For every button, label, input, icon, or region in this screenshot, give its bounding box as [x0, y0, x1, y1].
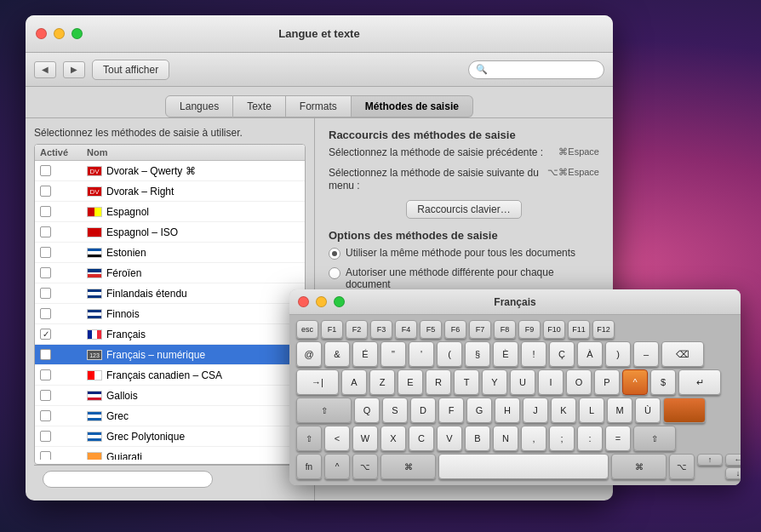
key-f11[interactable]: F11 — [568, 320, 590, 339]
key-amp[interactable]: & — [324, 341, 350, 367]
checkbox[interactable] — [40, 451, 51, 460]
key-shift-left[interactable]: ⇧ — [296, 426, 322, 451]
key-f6[interactable]: F6 — [444, 320, 466, 339]
key-h[interactable]: H — [495, 398, 520, 423]
key-f7[interactable]: F7 — [469, 320, 491, 339]
key-o[interactable]: O — [566, 369, 592, 395]
list-item[interactable]: 123 Français – numérique — [35, 345, 305, 365]
list-item[interactable]: ✓ FR Français — [35, 324, 305, 345]
key-n[interactable]: N — [493, 426, 518, 451]
list-item[interactable]: ES Espagnol – ISO — [35, 222, 305, 243]
key-arrow-down[interactable]: ↓ — [725, 467, 741, 479]
key-x[interactable]: X — [380, 426, 406, 451]
list-search-input[interactable] — [43, 471, 213, 488]
key-tab[interactable]: →| — [296, 369, 339, 395]
key-capslock[interactable]: ⇧ — [296, 398, 352, 423]
option1-radio[interactable] — [329, 248, 340, 260]
key-ctrl-left[interactable]: ^ — [324, 454, 350, 479]
key-f9[interactable]: F9 — [518, 320, 541, 339]
key-w[interactable]: W — [352, 426, 378, 451]
maximize-button[interactable] — [72, 28, 83, 39]
key-C-cedilla[interactable]: Ç — [549, 341, 575, 367]
checkbox[interactable] — [40, 226, 51, 237]
key-esc[interactable]: esc — [296, 320, 318, 339]
list-item[interactable]: GR Grec — [35, 406, 305, 426]
kb-maximize-button[interactable] — [334, 296, 345, 307]
key-enter[interactable]: ↵ — [678, 369, 721, 395]
key-f1[interactable]: F1 — [321, 320, 343, 339]
key-l[interactable]: L — [579, 398, 604, 423]
key-arrow-left[interactable]: ← — [725, 454, 741, 466]
key-arrow-up[interactable]: ↑ — [697, 454, 723, 466]
key-colon[interactable]: : — [577, 426, 603, 451]
key-e[interactable]: E — [398, 369, 423, 395]
key-quote[interactable]: " — [380, 341, 406, 367]
checkbox[interactable] — [40, 390, 51, 401]
checkbox[interactable] — [40, 431, 51, 442]
list-item[interactable]: FI Finlandais étendu — [35, 283, 305, 304]
key-alt-right[interactable]: ⌥ — [669, 454, 695, 479]
key-q[interactable]: Q — [354, 398, 380, 423]
key-equal[interactable]: = — [605, 426, 631, 451]
key-m[interactable]: M — [607, 398, 632, 423]
key-caret[interactable]: ^ — [622, 369, 648, 395]
key-E-acute[interactable]: É — [352, 341, 378, 367]
key-f2[interactable]: F2 — [346, 320, 368, 339]
list-item[interactable]: FO Féroïen — [35, 263, 305, 283]
key-j[interactable]: J — [523, 398, 548, 423]
key-t[interactable]: T — [454, 369, 479, 395]
checkbox[interactable] — [40, 308, 51, 319]
key-shift-right[interactable]: ⇧ — [633, 426, 676, 451]
key-excl[interactable]: ! — [521, 341, 546, 367]
checkbox[interactable] — [40, 165, 51, 176]
list-item[interactable]: WL Gallois — [35, 386, 305, 406]
list-item[interactable]: GU Gujarati — [35, 447, 305, 460]
key-f5[interactable]: F5 — [420, 320, 442, 339]
key-lt[interactable]: < — [324, 426, 350, 451]
key-f10[interactable]: F10 — [543, 320, 565, 339]
key-f8[interactable]: F8 — [494, 320, 516, 339]
minimize-button[interactable] — [54, 28, 65, 39]
key-g[interactable]: G — [466, 398, 492, 423]
tab-langues[interactable]: Langues — [165, 95, 233, 117]
checkbox[interactable] — [40, 247, 51, 258]
checkbox[interactable] — [40, 410, 51, 421]
checkbox[interactable] — [40, 288, 51, 299]
list-item[interactable]: DV Dvorak – Right — [35, 181, 305, 202]
key-v[interactable]: V — [437, 426, 462, 451]
list-item[interactable]: GR Grec Polytonique — [35, 426, 305, 447]
checkbox[interactable] — [40, 369, 51, 380]
key-k[interactable]: K — [551, 398, 576, 423]
key-f[interactable]: F — [438, 398, 464, 423]
key-f4[interactable]: F4 — [395, 320, 417, 339]
checkbox[interactable] — [40, 186, 51, 197]
key-y[interactable]: Y — [482, 369, 507, 395]
checkbox[interactable]: ✓ — [40, 329, 51, 340]
key-cmd-left[interactable]: ⌘ — [380, 454, 436, 479]
key-space[interactable] — [438, 454, 609, 479]
checkbox[interactable] — [40, 349, 51, 360]
key-d[interactable]: D — [410, 398, 436, 423]
key-f12[interactable]: F12 — [592, 320, 615, 339]
list-scroll-area[interactable]: DV Dvorak – Qwerty ⌘ DV Dvorak – Right — [35, 161, 305, 460]
key-dash[interactable]: – — [633, 341, 659, 367]
key-f3[interactable]: F3 — [370, 320, 392, 339]
key-lparen[interactable]: ( — [437, 341, 462, 367]
key-i[interactable]: I — [538, 369, 564, 395]
key-A-grave[interactable]: À — [577, 341, 603, 367]
list-item[interactable]: DV Dvorak – Qwerty ⌘ — [35, 161, 305, 181]
key-cmd-right[interactable]: ⌘ — [611, 454, 667, 479]
key-b[interactable]: B — [465, 426, 490, 451]
kb-minimize-button[interactable] — [316, 296, 327, 307]
list-item[interactable]: CA Français canadien – CSA — [35, 365, 305, 386]
key-s[interactable]: S — [382, 398, 408, 423]
key-semicolon[interactable]: ; — [549, 426, 575, 451]
key-z[interactable]: Z — [369, 369, 395, 395]
key-E-grave[interactable]: È — [493, 341, 518, 367]
checkbox[interactable] — [40, 206, 51, 217]
tab-texte[interactable]: Texte — [233, 95, 286, 117]
key-a[interactable]: A — [341, 369, 367, 395]
tout-afficher-button[interactable]: Tout afficher — [92, 60, 169, 80]
key-dollar[interactable]: $ — [650, 369, 676, 395]
list-item[interactable]: EE Estonien — [35, 243, 305, 263]
